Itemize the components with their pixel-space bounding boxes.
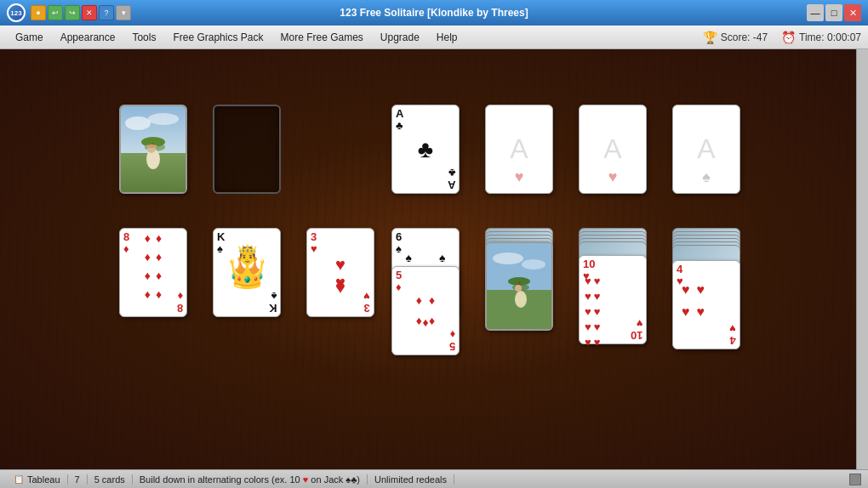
card-pips: ♦♦ ♦♦ ♦♦ ♦♦ [145, 230, 162, 300]
tableau-col4-card2[interactable]: 5 ♦ ♦♦ ♦♦ ♦ 5 ♦ [391, 266, 460, 355]
status-build-rule: Build down in alternating colors (ex. 10… [133, 474, 368, 485]
tableau-label: Tableau [27, 474, 60, 485]
stock-pile[interactable] [119, 105, 187, 194]
svg-point-2 [125, 116, 151, 130]
qa-btn-1[interactable]: ● [31, 5, 46, 20]
minimize-button[interactable]: — [807, 4, 824, 21]
king-bust: 🤴 [236, 244, 259, 266]
foundation-3-ace: A [603, 133, 621, 165]
close-button[interactable]: ✕ [844, 4, 861, 21]
menu-help[interactable]: Help [428, 28, 466, 47]
cards-count: 7 [75, 474, 80, 485]
titlebar-left: 123 ● ↩ ↪ ✕ ? ▾ [7, 3, 131, 22]
titlebar-controls: — □ ✕ [807, 4, 861, 21]
qa-btn-4[interactable]: ✕ [82, 5, 97, 20]
build-rule-label: Build down in alternating colors (ex. 10… [140, 474, 360, 485]
svg-point-18 [515, 285, 522, 292]
foundation-2-suit: ♥ [515, 168, 524, 186]
menu-free-graphics[interactable]: Free Graphics Pack [164, 28, 271, 47]
pip-bot: ♥ [335, 278, 345, 298]
score-area: 🏆 Score: -47 [703, 31, 768, 44]
titlebar-title: 123 Free Solitaire [Klondike by Threes] [340, 7, 528, 19]
tableau-col3-card1[interactable]: 3 ♥ ♥ ♥ ♥ 3 ♥ [306, 228, 374, 317]
status-tableau: 📋 Tableau [7, 474, 68, 485]
pip-top: ♥ [335, 255, 345, 275]
qa-btn-3[interactable]: ↪ [65, 5, 80, 20]
foundation-3[interactable]: A ♥ [579, 105, 647, 194]
titlebar: 123 ● ↩ ↪ ✕ ? ▾ 123 Free Solitaire [Klon… [0, 0, 868, 26]
clock-icon: ⏰ [781, 31, 796, 44]
status-scrollbar-thumb[interactable] [849, 474, 861, 485]
time-label: Time: 0:00:07 [799, 31, 861, 43]
tableau-col5-top[interactable] [485, 241, 553, 331]
app-logo: 123 [7, 3, 26, 22]
ten-pips: ♥♥ ♥♥ ♥♥ ♥♥ ♥♥ [585, 275, 600, 349]
tableau-icon: 📋 [14, 474, 24, 484]
menu-appearance[interactable]: Appearance [52, 28, 124, 47]
game-area[interactable]: A ♣ ♣ A ♣ A ♥ A ♥ A ♠ 8 ♦ ♦♦ ♦♦ ♦♦ ♦♦ [0, 49, 868, 469]
foundation-1-bottom: A ♣ [448, 166, 455, 190]
redeals-label: Unlimited redeals [374, 474, 447, 485]
menu-upgrade[interactable]: Upgrade [372, 28, 428, 47]
menu-more-free-games[interactable]: More Free Games [271, 28, 371, 47]
score-label: Score: -47 [721, 31, 768, 43]
tableau-col2-card1[interactable]: K ♠ 👑 🤴 K ♠ [213, 228, 281, 317]
maximize-button[interactable]: □ [825, 4, 842, 21]
qa-btn-2[interactable]: ↩ [48, 5, 63, 20]
foundation-1-top: A ♣ [396, 108, 403, 133]
menubar-left: Game Appearance Tools Free Graphics Pack… [7, 28, 466, 47]
status-redeals: Unlimited redeals [368, 474, 454, 485]
statusbar: 📋 Tableau 7 5 cards Build down in altern… [0, 469, 868, 488]
svg-point-13 [522, 259, 545, 270]
foundation-3-suit: ♥ [608, 168, 618, 186]
foundation-4-suit: ♠ [702, 168, 711, 186]
tableau-col7-top[interactable]: 4 ♥ ♥♥ ♥♥ 4 ♥ [672, 260, 740, 349]
svg-point-3 [148, 113, 179, 125]
qa-btn-5[interactable]: ? [99, 5, 114, 20]
foundation-1-center: ♣ [418, 136, 433, 163]
menu-tools[interactable]: Tools [123, 28, 164, 47]
foundation-2-ace: A [510, 133, 528, 165]
scrollbar[interactable] [856, 49, 868, 469]
foundation-1[interactable]: A ♣ ♣ A ♣ [391, 105, 460, 194]
svg-point-17 [515, 291, 527, 308]
trophy-icon: 🏆 [703, 31, 717, 44]
menubar-right: 🏆 Score: -47 ⏰ Time: 0:00:07 [703, 31, 861, 44]
menubar: Game Appearance Tools Free Graphics Pack… [0, 26, 868, 49]
tableau-col6-top[interactable]: 10 ♥ ♥♥ ♥♥ ♥♥ ♥♥ ♥♥ 10 ♥ [579, 255, 647, 344]
qa-btn-6[interactable]: ▾ [116, 5, 131, 20]
quick-access-toolbar: ● ↩ ↪ ✕ ? ▾ [31, 5, 131, 20]
foundation-4[interactable]: A ♠ [672, 105, 740, 194]
foundation-4-ace: A [697, 133, 715, 165]
svg-point-9 [146, 145, 157, 148]
svg-point-12 [493, 253, 523, 264]
cards-unit-label: 5 cards [94, 474, 125, 485]
menu-game[interactable]: Game [7, 28, 52, 47]
waste-pile[interactable] [213, 105, 281, 194]
status-count: 7 [68, 474, 88, 485]
foundation-2[interactable]: A ♥ [485, 105, 553, 194]
time-area: ⏰ Time: 0:00:07 [781, 31, 861, 44]
status-cards-unit: 5 cards [88, 474, 133, 485]
tableau-col1-card1[interactable]: 8 ♦ ♦♦ ♦♦ ♦♦ ♦♦ 8 ♦ [119, 228, 187, 317]
four-pips: ♥♥ ♥♥ [682, 282, 705, 320]
